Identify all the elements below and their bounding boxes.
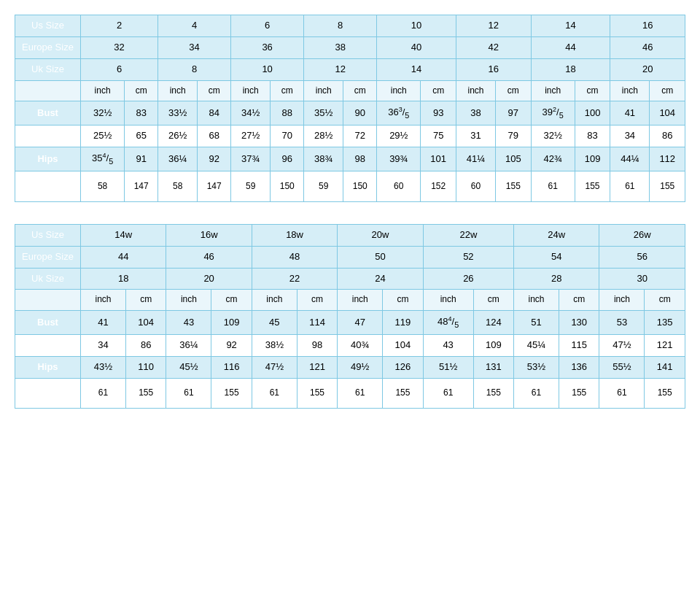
waist-label: Waist <box>15 126 81 147</box>
subheader-row-plus: inch cm inch cm inch cm inch cm inch cm … <box>15 290 685 311</box>
hips-p49.5-cm: 126 <box>383 356 423 378</box>
hips-p55.5-cm: 141 <box>645 356 685 378</box>
waist-p34-cm: 86 <box>125 334 166 356</box>
uk-size-14: 14 <box>377 58 456 80</box>
bust-38-inch: 38 <box>456 101 495 126</box>
waist-p45.25-inch: 45¼ <box>514 334 559 356</box>
bust-32.5-inch: 32½ <box>81 101 125 126</box>
uk-size-24-plus: 24 <box>338 268 423 290</box>
floor-p61-6-cm: 155 <box>559 378 599 409</box>
waist-27.5-cm: 70 <box>271 126 304 147</box>
cm-p5: cm <box>473 290 513 311</box>
hips-row: Hips 354/5 91 36¼ 92 37¾ 96 38¾ 98 39¾ 1… <box>15 147 685 171</box>
inch-3: inch <box>231 80 271 101</box>
hips-p43.5-inch: 43½ <box>81 356 126 378</box>
hips-42.75-inch: 42¾ <box>531 147 575 171</box>
hips-35.8-inch: 354/5 <box>81 147 125 171</box>
us-size-label-plus: Us Size <box>15 224 81 246</box>
waist-p34-inch: 34 <box>81 334 126 356</box>
uk-size-label-plus: Uk Size <box>15 268 81 290</box>
bust-p47-cm: 119 <box>383 310 423 334</box>
floor-59-1-cm: 150 <box>271 171 304 202</box>
subheader-empty <box>15 80 81 101</box>
floor-61-1-cm: 155 <box>575 171 610 202</box>
bust-36.6-cm: 93 <box>421 101 456 126</box>
waist-row-plus: Waist 34 86 36¼ 92 38½ 98 40¾ 104 43 109… <box>15 334 685 356</box>
inch-p5: inch <box>423 290 473 311</box>
hips-38.75-inch: 38¾ <box>304 147 343 171</box>
bust-p47-inch: 47 <box>338 310 383 334</box>
inch-1: inch <box>81 80 125 101</box>
hips-39.75-inch: 39¾ <box>377 147 421 171</box>
uk-size-8: 8 <box>158 58 231 80</box>
inch-p3: inch <box>252 290 297 311</box>
europe-size-label-plus: Europe Size <box>15 246 81 268</box>
waist-p40.75-inch: 40¾ <box>338 334 383 356</box>
floor-61-2-cm: 155 <box>650 171 685 202</box>
bust-41-cm: 104 <box>650 101 685 126</box>
hips-44.25-inch: 44¼ <box>610 147 650 171</box>
waist-29.5-inch: 29½ <box>377 126 421 147</box>
hips-p51.5-inch: 51½ <box>423 356 473 378</box>
cm-p1: cm <box>125 290 166 311</box>
hips-41.25-cm: 105 <box>496 147 531 171</box>
floor-60-1-cm: 152 <box>421 171 456 202</box>
us-size-row-plus: Us Size 14w 16w 18w 20w 22w 24w 26w <box>15 224 685 246</box>
floor-label: hollow to floor (bare foot) <box>15 171 81 202</box>
uk-size-row: Uk Size 6 8 10 12 14 16 18 20 <box>15 58 685 80</box>
bust-p41-inch: 41 <box>81 310 126 334</box>
us-size-24w: 24w <box>514 224 599 246</box>
hips-44.25-cm: 112 <box>650 147 685 171</box>
waist-32.5-inch: 32½ <box>531 126 575 147</box>
hips-p53.5-cm: 136 <box>559 356 599 378</box>
bust-p48.8-cm: 124 <box>473 310 513 334</box>
inch-2: inch <box>158 80 198 101</box>
hips-p49.5-inch: 49½ <box>338 356 383 378</box>
bust-34.5-cm: 88 <box>271 101 304 126</box>
floor-row-plus: hollow to floor (bare foot) 61 155 61 15… <box>15 378 685 409</box>
floor-p61-2-inch: 61 <box>166 378 211 409</box>
waist-27.5-inch: 27½ <box>231 126 271 147</box>
europe-size-42: 42 <box>456 36 531 58</box>
hips-label-plus: Hips <box>15 356 81 378</box>
hips-p47.5-inch: 47½ <box>252 356 297 378</box>
floor-p61-5-cm: 155 <box>473 378 513 409</box>
uk-size-22-plus: 22 <box>252 268 337 290</box>
uk-size-12: 12 <box>304 58 377 80</box>
europe-size-40: 40 <box>377 36 456 58</box>
bust-p41-cm: 104 <box>125 310 166 334</box>
floor-p61-1-inch: 61 <box>81 378 126 409</box>
bust-33.5-cm: 84 <box>198 101 231 126</box>
bust-p53-inch: 53 <box>599 310 645 334</box>
us-size-14w: 14w <box>81 224 166 246</box>
cm-p7: cm <box>645 290 685 311</box>
bust-label-plus: Bust <box>15 310 81 334</box>
uk-size-30-plus: 30 <box>599 268 685 290</box>
subheader-empty-plus <box>15 290 81 311</box>
bust-p45-cm: 114 <box>297 310 337 334</box>
cm-6: cm <box>496 80 531 101</box>
uk-size-label: Uk Size <box>15 58 81 80</box>
bust-35.5-cm: 90 <box>343 101 377 126</box>
uk-size-10: 10 <box>231 58 304 80</box>
us-size-label: Us Size <box>15 15 81 37</box>
inch-5: inch <box>377 80 421 101</box>
hips-36.25-inch: 36¼ <box>158 147 198 171</box>
europe-size-46-plus: 46 <box>166 246 252 268</box>
bust-36.6-inch: 363/5 <box>377 101 421 126</box>
hips-p51.5-cm: 131 <box>473 356 513 378</box>
bust-p43-cm: 109 <box>211 310 252 334</box>
floor-58-1-inch: 58 <box>81 171 125 202</box>
floor-60-2-inch: 60 <box>456 171 495 202</box>
floor-label-plus: hollow to floor (bare foot) <box>15 378 81 409</box>
bust-39.4-inch: 392/5 <box>531 101 575 126</box>
europe-size-46: 46 <box>610 36 685 58</box>
europe-size-52-plus: 52 <box>423 246 513 268</box>
floor-61-2-inch: 61 <box>610 171 650 202</box>
us-size-4: 4 <box>158 15 231 37</box>
waist-29.5-cm: 75 <box>421 126 456 147</box>
bust-p43-inch: 43 <box>166 310 211 334</box>
size-chart-plus: Us Size 14w 16w 18w 20w 22w 24w 26w Euro… <box>15 224 685 409</box>
europe-size-34: 34 <box>158 36 231 58</box>
hips-row-plus: Hips 43½ 110 45½ 116 47½ 121 49½ 126 51½… <box>15 356 685 378</box>
